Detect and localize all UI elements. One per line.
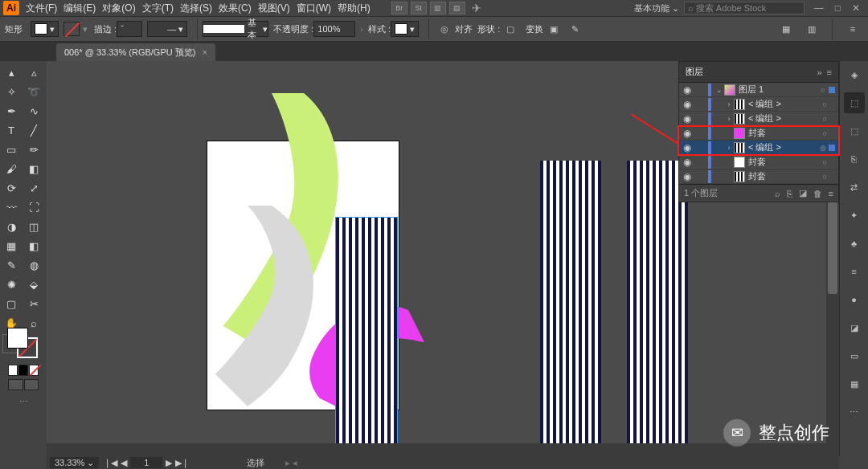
graphic-style[interactable]: ▾ <box>391 21 419 37</box>
stripe-object-selected[interactable] <box>336 218 397 456</box>
menu-window[interactable]: 窗口(W) <box>297 2 331 15</box>
layer-name[interactable]: < 编组 > <box>748 112 819 124</box>
brush-preset[interactable]: 基本 ▾ <box>203 21 268 37</box>
gpu-icon[interactable]: ▤ <box>449 2 465 14</box>
new-sublayer-icon[interactable]: ◪ <box>799 188 807 198</box>
disclosure-icon[interactable]: › <box>724 100 734 108</box>
layer-name[interactable]: < 编组 > <box>748 98 819 110</box>
slice-tool[interactable]: ✂ <box>24 296 43 312</box>
disclosure-icon[interactable]: ⌄ <box>714 86 724 94</box>
nav-next[interactable]: ▶ <box>166 458 172 468</box>
nav-prev[interactable]: ◀ <box>121 458 127 468</box>
stripe-object-3[interactable] <box>627 161 688 445</box>
visibility-toggle[interactable]: ◉ <box>679 157 695 168</box>
window-maximize[interactable]: □ <box>835 2 841 14</box>
layer-row[interactable]: ◉ › < 编组 > ◎ <box>679 141 838 155</box>
visibility-toggle[interactable]: ◉ <box>679 84 695 96</box>
dock-more-icon[interactable]: ⋯ <box>844 402 865 422</box>
rotate-tool[interactable]: ⟳ <box>2 180 21 196</box>
stock-icon[interactable]: St <box>411 2 427 14</box>
color-mode-swatch[interactable] <box>8 365 18 376</box>
dock-appearance-icon[interactable]: ▦ <box>844 373 865 394</box>
disclosure-icon[interactable]: › <box>724 144 734 152</box>
stroke-none-swatch[interactable] <box>63 22 80 36</box>
layer-row[interactable]: ◉ 封套 ○ <box>679 126 838 141</box>
target-icon[interactable]: ◎ <box>817 144 829 152</box>
blend-tool[interactable]: ◍ <box>24 257 43 273</box>
column-graph-tool[interactable]: ⬙ <box>24 276 43 292</box>
isolate-icon[interactable]: ▣ <box>546 21 562 37</box>
dock-libraries-icon[interactable]: ⬚ <box>844 120 865 141</box>
pen-tool[interactable]: ✒ <box>2 103 21 119</box>
perspective-grid-tool[interactable]: ◫ <box>24 218 43 234</box>
shape-mode-icon[interactable]: ▢ <box>502 21 518 37</box>
disclosure-icon[interactable]: › <box>724 115 734 123</box>
layer-row[interactable]: ◉ › < 编组 > ○ <box>679 112 838 126</box>
gradient-mode-swatch[interactable] <box>18 365 28 376</box>
selection-tool[interactable]: ▴ <box>2 64 21 80</box>
visibility-toggle[interactable]: ◉ <box>679 128 695 139</box>
close-tab-icon[interactable]: × <box>202 47 207 57</box>
document-tab[interactable]: 006* @ 33.33% (RGB/GPU 预览) × <box>56 43 215 61</box>
free-transform-tool[interactable]: ⛶ <box>24 199 43 215</box>
eraser-tool[interactable]: ◧ <box>24 161 43 177</box>
window-minimize[interactable]: — <box>814 2 824 14</box>
stroke-profile[interactable]: — ▾ <box>147 21 187 37</box>
menu-file[interactable]: 文件(F) <box>26 2 57 15</box>
edit-icon[interactable]: ✎ <box>567 21 583 37</box>
layer-row[interactable]: ◉ › < 编组 > ○ <box>679 97 838 112</box>
scrollbar-horizontal[interactable] <box>47 443 826 456</box>
target-icon[interactable]: ○ <box>817 86 829 94</box>
stroke-weight[interactable]: ˇ <box>117 21 142 37</box>
menu-help[interactable]: 帮助(H) <box>338 2 371 15</box>
mesh-tool[interactable]: ▦ <box>2 238 21 254</box>
visibility-toggle[interactable]: ◉ <box>679 99 695 110</box>
dock-layers-icon[interactable]: ⬚ <box>844 92 865 113</box>
eyedropper-tool[interactable]: ✎ <box>2 257 21 273</box>
dock-symbols-icon[interactable]: ♣ <box>844 233 865 254</box>
menu-edit[interactable]: 编辑(E) <box>63 2 96 15</box>
dock-transparency-icon[interactable]: ▭ <box>844 345 865 366</box>
visibility-toggle[interactable]: ◉ <box>679 142 695 153</box>
delete-layer-icon[interactable]: 🗑 <box>813 189 822 198</box>
recolor-icon[interactable]: ◎ <box>436 21 452 37</box>
layer-row[interactable]: ◉ 封套 ○ <box>679 169 838 184</box>
lasso-tool[interactable]: ➰ <box>24 84 43 100</box>
target-icon[interactable]: ○ <box>819 115 830 123</box>
pencil-tool[interactable]: ✏ <box>24 141 43 157</box>
stripe-object-2[interactable] <box>540 161 601 445</box>
menu-select[interactable]: 选择(S) <box>180 2 212 15</box>
dock-stroke-icon[interactable]: ≡ <box>844 261 865 282</box>
layer-name[interactable]: 封套 <box>748 156 819 168</box>
dock-gradient-icon[interactable]: ◪ <box>844 317 865 338</box>
artboard-index[interactable]: 1 <box>130 457 162 468</box>
dock-properties-icon[interactable]: ◈ <box>844 64 865 85</box>
dock-swap-icon[interactable]: ⇄ <box>844 177 865 198</box>
search-input[interactable]: ⌕ 搜索 Adobe Stock <box>684 2 805 14</box>
layer-name[interactable]: 封套 <box>748 127 819 139</box>
line-tool[interactable]: ╱ <box>24 122 43 138</box>
shape-label[interactable]: 形状 : <box>477 23 500 35</box>
paintbrush-tool[interactable]: 🖌 <box>2 161 21 177</box>
nav-last[interactable]: ▶❘ <box>175 458 189 468</box>
fill-stroke-control[interactable]: ⋯ <box>5 323 42 408</box>
visibility-toggle[interactable]: ◉ <box>679 113 695 124</box>
grid-icon[interactable]: ▦ <box>778 21 794 37</box>
panel-menu-icon[interactable]: ≡ <box>845 21 861 37</box>
bridge-icon[interactable]: Br <box>391 2 407 14</box>
symbol-sprayer-tool[interactable]: ✺ <box>2 276 21 292</box>
dock-brushes-icon[interactable]: ✦ <box>844 205 865 226</box>
fill-swatch[interactable] <box>7 328 28 349</box>
gradient-tool[interactable]: ◧ <box>24 238 43 254</box>
type-tool[interactable]: T <box>2 122 21 138</box>
menu-type[interactable]: 文字(T) <box>142 2 174 15</box>
menu-effect[interactable]: 效果(C) <box>219 2 252 15</box>
edit-toolbar-icon[interactable]: ⋯ <box>5 395 42 408</box>
target-icon[interactable]: ○ <box>819 129 830 137</box>
screen-mode-normal[interactable] <box>8 379 23 390</box>
target-icon[interactable]: ○ <box>819 158 830 166</box>
layer-row[interactable]: ◉ ⌄ 图层 1 ○ <box>679 83 838 97</box>
arrange-docs-icon[interactable]: ▥ <box>430 2 446 14</box>
dock-color-icon[interactable]: ● <box>844 289 865 310</box>
layer-name[interactable]: 封套 <box>748 170 819 182</box>
